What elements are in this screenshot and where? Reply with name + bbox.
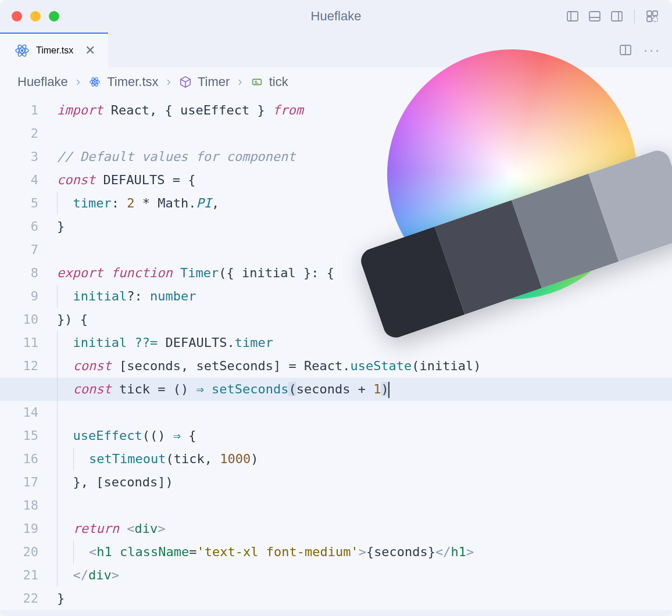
line-number: 12 [0, 354, 38, 378]
maximize-window-button[interactable] [49, 11, 59, 22]
line-number: 17 [0, 471, 38, 494]
line-number: 9 [0, 285, 38, 308]
layout-controls [564, 8, 660, 24]
line-number: 4 [0, 169, 38, 192]
svg-point-10 [21, 49, 23, 52]
svg-rect-20 [252, 79, 261, 84]
svg-rect-6 [647, 11, 652, 16]
line-number: 1 [0, 99, 38, 122]
breadcrumb-label: Timer.tsx [107, 74, 158, 89]
breadcrumb-label: Hueflake [17, 74, 68, 89]
code-line: initial ??= DEFAULTS.timer [57, 331, 672, 354]
line-number: 8 [0, 262, 38, 285]
split-editor-icon[interactable] [617, 42, 634, 58]
code-line: <h1 className='text-xl font-medium'>{sec… [57, 540, 672, 564]
breadcrumb-symbol-tick[interactable]: tick [251, 74, 288, 89]
line-number-gutter: 1 2 3 4 5 6 7 8 9 10 11 12 13 14 15 16 1… [0, 99, 52, 610]
more-actions-icon[interactable]: ··· [644, 42, 660, 58]
minimize-window-button[interactable] [30, 11, 41, 22]
code-line: return <div> [57, 517, 672, 540]
close-window-button[interactable] [12, 11, 22, 22]
breadcrumb-symbol-timer[interactable]: Timer [179, 74, 230, 89]
svg-rect-8 [647, 17, 652, 22]
tab-timer-tsx[interactable]: Timer.tsx ✕ [0, 33, 108, 67]
code-line: initial?: number [57, 285, 672, 308]
chevron-right-icon: › [238, 74, 242, 89]
line-number: 7 [0, 238, 38, 262]
svg-rect-9 [653, 17, 657, 22]
tabbar-actions: ··· [617, 33, 660, 67]
breadcrumb-file[interactable]: Timer.tsx [88, 74, 158, 89]
code-line: } [57, 587, 672, 610]
line-number: 14 [0, 401, 38, 424]
constant-icon [251, 76, 263, 88]
line-number: 19 [0, 517, 38, 540]
line-number: 21 [0, 564, 38, 587]
react-icon [88, 76, 101, 88]
code-line: </div> [57, 564, 672, 587]
layout-customize-icon[interactable] [644, 8, 660, 24]
react-icon [15, 44, 29, 58]
code-line: const tick = () ⇒ setSeconds(seconds + 1… [57, 378, 672, 401]
line-number: 6 [0, 215, 38, 238]
layout-sidebar-left-icon[interactable] [564, 8, 581, 24]
window-title: Hueflake [311, 9, 362, 24]
line-number: 10 [0, 308, 38, 331]
chevron-right-icon: › [76, 74, 80, 89]
breadcrumb-label: tick [269, 74, 288, 89]
line-number: 2 [0, 122, 38, 145]
tabbar: Timer.tsx ✕ ··· [0, 33, 672, 67]
text-cursor [388, 382, 389, 398]
line-number: 16 [0, 447, 38, 471]
svg-rect-7 [653, 11, 657, 16]
tab-close-icon[interactable]: ✕ [85, 44, 95, 57]
breadcrumb-root[interactable]: Hueflake [17, 74, 68, 89]
svg-point-16 [94, 81, 96, 83]
layout-panel-bottom-icon[interactable] [587, 8, 603, 24]
svg-rect-4 [612, 12, 622, 21]
line-number: 18 [0, 494, 38, 517]
svg-rect-0 [567, 12, 578, 21]
code-line: }, [seconds]) [57, 471, 672, 494]
code-line [57, 494, 672, 517]
code-line [57, 401, 672, 424]
line-number: 3 [0, 145, 38, 169]
code-line: useEffect(() ⇒ { [57, 424, 672, 447]
divider [634, 9, 635, 23]
code-line: setTimeout(tick, 1000) [57, 447, 672, 471]
line-number: 22 [0, 587, 38, 610]
editor-window: Hueflake Timer.tsx ✕ ··· Hueflake › Time… [0, 0, 672, 616]
code-line: const [seconds, setSeconds] = React.useS… [57, 354, 672, 378]
svg-rect-2 [589, 12, 600, 21]
tab-label: Timer.tsx [36, 45, 73, 56]
line-number: 11 [0, 331, 38, 354]
line-number: 20 [0, 540, 38, 564]
chevron-right-icon: › [167, 74, 171, 89]
cube-icon [179, 76, 192, 88]
traffic-lights [12, 11, 59, 22]
titlebar: Hueflake [0, 0, 672, 33]
code-line: }) { [57, 308, 672, 331]
line-number: 15 [0, 424, 38, 447]
breadcrumb-label: Timer [198, 74, 230, 89]
layout-sidebar-right-icon[interactable] [609, 8, 625, 24]
line-number: 5 [0, 192, 38, 215]
